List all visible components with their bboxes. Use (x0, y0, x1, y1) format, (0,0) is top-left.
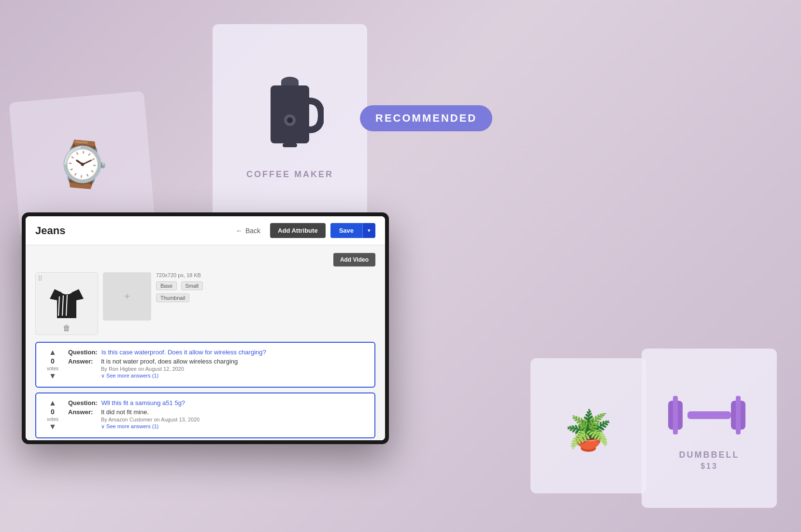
answer-label-1: Answer: (68, 358, 97, 379)
delete-image-button[interactable]: 🗑 (63, 324, 71, 333)
product-image-secondary: + (103, 272, 151, 321)
vote-up-button-1[interactable]: ▲ (49, 349, 57, 356)
add-video-row: Add Video (35, 253, 375, 266)
vote-down-button-2[interactable]: ▼ (49, 423, 57, 431)
question-label-1: Question: (68, 349, 98, 356)
qa-content-2: Question: Wll this fit a samsung a51 5g?… (68, 399, 369, 432)
vote-column-1: ▲ 0 votes ▼ (42, 349, 63, 381)
qa-answer-row-2: Answer: It did not fit mine. By Amazon C… (68, 408, 369, 430)
laptop-container: Jeans ← Back Add Attribute Save ▾ Add V (22, 212, 389, 444)
back-label: Back (245, 227, 260, 235)
tag-thumbnail: Thumbnail (156, 294, 189, 302)
answer-text-1: It is not water proof, does allow wirele… (101, 358, 238, 365)
dumbbell-icon (666, 386, 753, 444)
image-info-column: 720x720 px, 18 KB Base Small Thumbnail (156, 272, 205, 302)
bg-card-coffee: COFFEE MAKER (213, 24, 367, 227)
svg-rect-5 (283, 143, 297, 147)
vote-down-button-1[interactable]: ▼ (49, 372, 57, 380)
drag-handle-icon: ⠿ (38, 275, 43, 282)
dumbbell-price: $13 (701, 462, 718, 471)
vote-up-button-2[interactable]: ▲ (49, 399, 57, 407)
answer-meta-1: By Ron Higbee on August 12, 2020 (101, 366, 238, 372)
svg-rect-1 (281, 82, 299, 85)
coffee-maker-icon (256, 72, 324, 164)
secondary-image-placeholder: + (103, 273, 151, 320)
bg-card-dumbbell: DUMBBELL $13 (642, 349, 777, 508)
tshirt-svg (45, 282, 88, 325)
svg-rect-8 (687, 411, 731, 419)
chevron-down-icon: ▾ (368, 227, 371, 233)
save-dropdown-button[interactable]: ▾ (362, 223, 375, 238)
answer-content-2: It did not fit mine. By Amazon Customer … (101, 408, 200, 430)
add-attribute-button[interactable]: Add Attribute (270, 223, 326, 238)
qa-card-1: ▲ 0 votes ▼ Question: Is this case water… (35, 342, 375, 388)
save-button-main[interactable]: Save (330, 223, 362, 238)
answer-content-1: It is not water proof, does allow wirele… (101, 358, 238, 379)
answer-label-2: Answer: (68, 408, 97, 430)
answer-meta-2: By Amazon Customer on August 13, 2020 (101, 417, 200, 422)
svg-rect-10 (736, 396, 741, 434)
question-text-2: Wll this fit a samsung a51 5g? (101, 399, 185, 406)
answer-text-2: It did not fit mine. (101, 408, 200, 416)
image-tags: Base Small (156, 281, 205, 290)
svg-rect-7 (673, 396, 678, 434)
see-more-link-2[interactable]: ∨ See more answers (1) (101, 423, 158, 429)
vote-column-2: ▲ 0 votes ▼ (42, 399, 63, 432)
arrow-left-icon: ← (236, 227, 243, 235)
dumbbell-label: DUMBBELL (679, 450, 740, 460)
coffee-maker-label: COFFEE MAKER (246, 169, 333, 180)
question-label-2: Question: (68, 399, 98, 406)
vote-label-1: votes (47, 366, 58, 371)
image-size: 720x720 px, 18 KB (156, 272, 205, 278)
modal-header: Jeans ← Back Add Attribute Save ▾ (26, 216, 385, 245)
qa-card-2: ▲ 0 votes ▼ Question: Wll this fit a sam… (35, 392, 375, 438)
header-actions: ← Back Add Attribute Save ▾ (231, 223, 375, 238)
add-video-button[interactable]: Add Video (333, 253, 375, 266)
tag-base: Base (156, 281, 177, 290)
bg-card-plant: 🪴 (530, 358, 646, 493)
recommended-badge: RECOMMENDED (360, 105, 492, 131)
back-button[interactable]: ← Back (231, 224, 265, 238)
image-tags-2: Thumbnail (156, 293, 205, 302)
svg-point-4 (287, 117, 293, 123)
qa-question-row-1: Question: Is this case waterproof. Does … (68, 349, 369, 356)
plant-icon: 🪴 (564, 408, 613, 453)
see-more-link-1[interactable]: ∨ See more answers (1) (101, 373, 158, 378)
vote-count-1: 0 (51, 357, 55, 365)
modal-screen: Jeans ← Back Add Attribute Save ▾ Add V (26, 216, 385, 440)
question-text-1: Is this case waterproof. Does it allow f… (101, 349, 266, 356)
qa-answer-row-1: Answer: It is not water proof, does allo… (68, 358, 369, 379)
modal-title: Jeans (35, 224, 65, 237)
qa-content-1: Question: Is this case waterproof. Does … (68, 349, 369, 381)
qa-question-row-2: Question: Wll this fit a samsung a51 5g? (68, 399, 369, 406)
save-button-group: Save ▾ (330, 223, 375, 238)
tag-small: Small (181, 281, 203, 290)
vote-label-2: votes (47, 417, 58, 422)
product-image-primary: ⠿ 🗑 (35, 272, 98, 335)
watch-icon: ⌚ (53, 140, 111, 188)
modal-body[interactable]: Add Video ⠿ (26, 245, 385, 440)
images-row: ⠿ 🗑 + (35, 272, 375, 335)
vote-count-2: 0 (51, 408, 55, 416)
